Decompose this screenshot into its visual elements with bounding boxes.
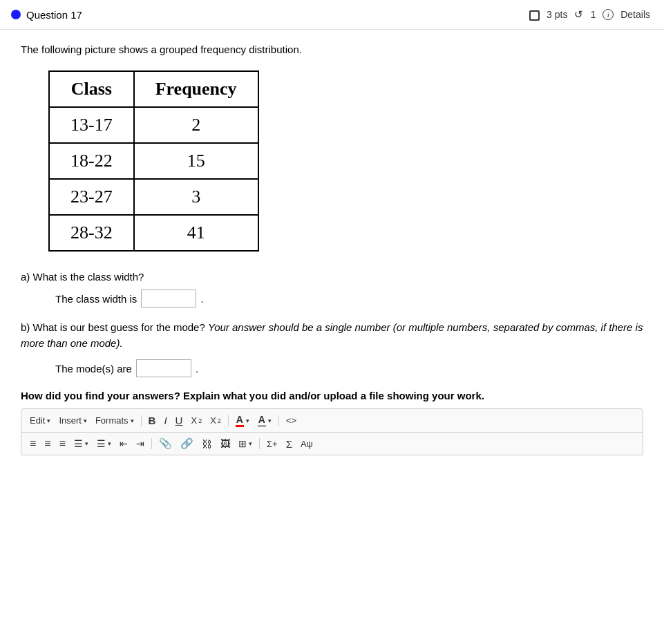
sum-plus-btn[interactable]: Σ+: [264, 437, 281, 451]
col-class-header: Class: [49, 71, 134, 107]
table-row: 23-27 3: [49, 179, 258, 215]
mode-input[interactable]: [136, 359, 191, 377]
bg-color-indicator: [258, 425, 266, 427]
details-label[interactable]: Details: [620, 9, 650, 20]
mode-prefix: The mode(s) are: [55, 363, 132, 375]
part-b-answer-row: The mode(s) are .: [55, 359, 643, 377]
header-meta: 3 pts ↺ 1 i Details: [529, 8, 650, 21]
list-numbered-btn[interactable]: ☰▾: [94, 437, 114, 451]
frequency-table-wrapper: Class Frequency 13-17 2 18-22 15 23-27 3…: [48, 70, 643, 252]
align-right-btn[interactable]: ≡: [57, 436, 68, 451]
align-center-btn[interactable]: ≡: [41, 436, 53, 451]
sep5: [259, 438, 260, 449]
italic-btn[interactable]: I: [161, 413, 169, 428]
part-a-label: a) What is the class width?: [21, 271, 643, 283]
toolbar-row2: ≡ ≡ ≡ ☰▾ ☰▾ ⇤ ⇥ 📎 🔗 ⛓ 🖼 ⊞▾ Σ+ Σ Aψ: [21, 433, 643, 455]
table-row: 18-22 15: [49, 143, 258, 179]
class-width-suffix: .: [200, 293, 203, 305]
class-cell: 18-22: [49, 143, 134, 179]
question-label-group: Question 17: [11, 9, 82, 21]
table-header-row: Class Frequency: [49, 71, 258, 107]
list-bullet-btn[interactable]: ☰▾: [71, 437, 91, 451]
frequency-cell: 2: [134, 107, 258, 143]
info-icon[interactable]: i: [603, 9, 614, 20]
frequency-cell: 15: [134, 143, 258, 179]
underline-btn[interactable]: U: [173, 413, 186, 428]
question-label: Question 17: [26, 9, 82, 21]
sep2: [228, 415, 229, 426]
checkbox-icon: [529, 10, 540, 21]
special-chars-btn[interactable]: Aψ: [298, 437, 316, 451]
pts-label: 3 pts: [547, 9, 567, 20]
status-dot: [11, 10, 21, 19]
frequency-cell: 41: [134, 215, 258, 251]
retry-count: 1: [590, 9, 596, 20]
table-row: 13-17 2: [49, 107, 258, 143]
table-row: 28-32 41: [49, 215, 258, 251]
subscript-btn[interactable]: X2: [188, 414, 205, 427]
question-header: Question 17 3 pts ↺ 1 i Details: [0, 0, 664, 30]
edit-menu-btn[interactable]: Edit ▾: [27, 414, 53, 427]
col-frequency-header: Frequency: [134, 71, 258, 107]
image-btn[interactable]: 🖼: [218, 437, 233, 451]
insert-menu-btn[interactable]: Insert ▾: [56, 414, 90, 427]
mode-suffix: .: [196, 363, 198, 375]
insert-chevron: ▾: [84, 417, 87, 424]
class-cell: 13-17: [49, 107, 134, 143]
formats-menu-btn[interactable]: Formats ▾: [93, 414, 137, 427]
indent-more-btn[interactable]: ⇥: [133, 437, 147, 451]
attach-btn[interactable]: 📎: [156, 436, 175, 451]
editor-toolbar: Edit ▾ Insert ▾ Formats ▾ B I U X2 X2 A: [21, 408, 643, 455]
class-width-prefix: The class width is: [55, 293, 137, 305]
unlink-btn[interactable]: ⛓: [199, 437, 215, 451]
formats-chevron: ▾: [131, 417, 134, 424]
frequency-table: Class Frequency 13-17 2 18-22 15 23-27 3…: [48, 70, 259, 252]
align-left-btn[interactable]: ≡: [27, 436, 39, 451]
sep4: [151, 438, 152, 449]
link-btn[interactable]: 🔗: [178, 436, 196, 451]
table-btn[interactable]: ⊞▾: [236, 437, 255, 451]
work-prompt: How did you find your answers? Explain w…: [21, 390, 643, 401]
class-width-input[interactable]: [141, 290, 196, 307]
main-content: The following picture shows a grouped fr…: [0, 30, 664, 469]
font-color-btn[interactable]: A ▾: [233, 413, 252, 428]
superscript-btn[interactable]: X2: [207, 414, 224, 427]
class-cell: 23-27: [49, 179, 134, 215]
retry-icon: ↺: [574, 8, 583, 21]
edit-chevron: ▾: [47, 417, 50, 424]
class-cell: 28-32: [49, 215, 134, 251]
toolbar-row1: Edit ▾ Insert ▾ Formats ▾ B I U X2 X2 A: [21, 409, 643, 433]
indent-less-btn[interactable]: ⇤: [117, 437, 131, 451]
sum-btn[interactable]: Σ: [283, 437, 295, 451]
font-color-indicator: [236, 425, 244, 427]
table-body: 13-17 2 18-22 15 23-27 3 28-32 41: [49, 107, 258, 251]
part-b-label: b) What is our best guess for the mode? …: [21, 320, 643, 351]
bold-btn[interactable]: B: [146, 413, 159, 428]
question-intro: The following picture shows a grouped fr…: [21, 44, 643, 55]
sep3: [278, 415, 279, 426]
part-a-answer-row: The class width is .: [55, 290, 643, 307]
bg-color-btn[interactable]: A ▾: [255, 413, 274, 428]
code-btn[interactable]: <>: [283, 414, 299, 427]
sep1: [141, 415, 142, 426]
frequency-cell: 3: [134, 179, 258, 215]
